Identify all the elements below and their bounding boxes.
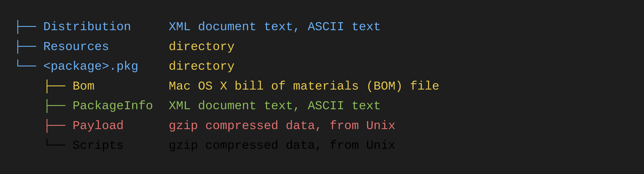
file-type: XML document text, ASCII text xyxy=(169,97,381,116)
file-row: ├── DistributionXML document text, ASCII… xyxy=(14,18,630,37)
file-name: Payload xyxy=(73,117,124,136)
file-type: XML document text, ASCII text xyxy=(169,18,381,37)
file-name: <package>.pkg xyxy=(43,57,138,76)
tree-col: └── Scripts xyxy=(14,136,150,155)
file-type: gzip compressed data, from Unix xyxy=(169,117,395,136)
file-name: Distribution xyxy=(43,18,131,37)
tree-connector: ├── xyxy=(14,120,73,132)
file-row: ├── PackageInfoXML document text, ASCII … xyxy=(14,97,630,116)
file-name: Bom xyxy=(73,77,95,96)
file-type: Mac OS X bill of materials (BOM) file xyxy=(169,77,440,96)
file-name: PackageInfo xyxy=(73,97,153,116)
tree-col: └── <package>.pkg xyxy=(14,57,150,76)
tree-connector: └── xyxy=(14,61,43,73)
tree-col: ├── Payload xyxy=(14,117,150,136)
tree-col: ├── Distribution xyxy=(14,18,150,37)
file-name: Scripts xyxy=(73,136,124,155)
file-row: └── <package>.pkgdirectory xyxy=(14,57,630,76)
tree-connector: └── xyxy=(14,140,73,152)
file-row: └── Scriptsgzip compressed data, from Un… xyxy=(14,136,630,155)
tree-col: ├── Resources xyxy=(14,38,150,57)
file-row: ├── Resourcesdirectory xyxy=(14,38,630,57)
file-type: directory xyxy=(169,38,234,57)
tree-connector: ├── xyxy=(14,80,73,93)
file-row: ├── BomMac OS X bill of materials (BOM) … xyxy=(14,77,630,96)
tree-connector: ├── xyxy=(14,100,73,112)
file-name: Resources xyxy=(43,38,109,57)
tree-col: ├── PackageInfo xyxy=(14,97,150,116)
tree-connector: ├── xyxy=(14,21,43,33)
file-row: ├── Payloadgzip compressed data, from Un… xyxy=(14,117,630,136)
file-type: directory xyxy=(169,57,234,76)
tree-connector: ├── xyxy=(14,41,43,53)
tree-col: ├── Bom xyxy=(14,77,150,96)
file-type: gzip compressed data, from Unix xyxy=(169,136,395,155)
terminal-container: ├── DistributionXML document text, ASCII… xyxy=(0,8,644,166)
